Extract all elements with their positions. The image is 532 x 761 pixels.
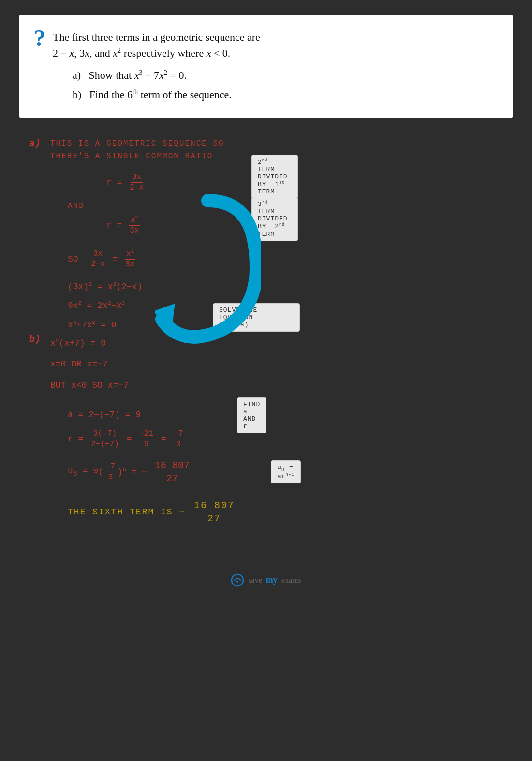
r-eq1-row: r = 3x 2−x 2nd TERM DIVIDED BY 1st TERM [68,172,513,196]
question-intro-text: The first three terms in a geometric seq… [53,29,260,45]
sub-questions: a) Show that x3 + 7x2 = 0. b) Find the 6… [73,66,493,104]
u6-prefix: u6 = 9 [68,466,98,478]
so-rhs-fraction: x2 3x [124,249,136,270]
r-eq1-math: r = 3x 2−x [68,172,146,193]
r-eq1-num: 3x [131,172,143,183]
r-calc-row: r = 3(−7) 2−(−7) = −21 9 = −7 3 [68,429,513,450]
question-terms: 2 − x, 3x, and x2 respectively where x <… [53,45,260,61]
part-a-text: Show that x3 + 7x2 = 0. [89,69,187,81]
u6-power: 5 [123,467,126,473]
part-b-label: b) [73,88,87,101]
a-calc-row: a = 2−(−7) = 9 FIND a AND r [68,406,513,425]
ann1-container: 2nd TERM DIVIDED BY 1st TERM [251,175,257,178]
u6-fraction: −7 3 [104,462,117,483]
part-a-intro: THIS IS A GEOMETRIC SEQUENCE SO THERE'S … [50,138,224,162]
r-eq2-num: x2 [129,215,140,226]
question-intro: The first three terms in a geometric seq… [53,29,260,61]
and-label: AND [68,202,85,210]
final-ans-num: 16 807 [192,499,236,512]
u6-frac-den: 3 [107,472,115,483]
so-equals: = [107,254,123,264]
r-calc-f1-num: 3(−7) [92,429,118,439]
expand2-text: 9x2 = 2x2−x3 [68,301,125,310]
so-space [78,254,89,264]
r-eq1-fraction: 3x 2−x [128,172,145,193]
u6-frac-num: −7 [104,462,117,472]
r-calc-f3: −7 3 [172,429,184,450]
r-calc-f2-den: 9 [143,439,150,450]
svg-point-1 [232,574,243,586]
part-b-question: b) Find the 6th term of the sequence. [73,85,493,104]
ann-find-bubble: FIND a AND r [237,397,266,433]
b-eq3-row: BUT x<0 SO x=−7 [50,376,129,395]
r-calc-f3-den: 3 [175,439,182,450]
svg-point-2 [236,581,238,583]
r-eq2-r: r = [106,220,127,230]
so-rhs-den: 3x [124,260,136,270]
r-calc-f3-num: −7 [172,429,184,439]
final-ans-den: 27 [206,512,222,525]
b-eq2-text: x=0 OR x=−7 [50,359,108,369]
footer-my-text: my [266,575,278,585]
so-label: SO [68,254,78,264]
circular-arrow-svg [155,191,261,346]
final-answer-row: THE SIXTH TERM IS − 16 807 27 [68,499,513,525]
ann-formula-container: un = arn−1 [271,470,277,474]
r-eq1-r: r = [106,178,127,188]
u6-row: u6 = 9 ( −7 3 )5 = − 16 807 27 un = arn−… [68,459,513,485]
solution-area: a) THIS IS A GEOMETRIC SEQUENCE SO THERE… [0,118,532,563]
a-calc-text: a = 2−(−7) = 9 [68,406,141,425]
footer-save-text: save [248,576,262,585]
r-calc-f1: 3(−7) 2−(−7) [89,429,120,450]
final-line: THE SIXTH TERM IS [68,507,173,517]
r-calc-f2-num: −21 [138,429,155,439]
footer-logo: save my exams [10,573,522,587]
r-eq1-den: 2−x [128,183,145,193]
u6-close-paren: )5 = − [118,467,152,477]
r-calc-f1-den: 2−(−7) [89,439,120,450]
expand1-row: (3x)2 = x2(2−x) [68,278,513,297]
u6-ans-fraction: 16 807 27 [153,459,191,485]
question-box: ? The first three terms in a geometric s… [19,15,513,118]
footer: save my exams [0,564,532,597]
part-b-content: x2(x+7) = 0 x=0 OR x=−7 BUT x<0 SO x=−7 [50,334,129,401]
part-a-label: a) [73,69,86,81]
b-eq2-row: x=0 OR x=−7 [50,355,129,374]
expand1-text: (3x)2 = x2(2−x) [68,282,142,292]
expand3-text: x3+7x2 = 0 [68,320,116,330]
part-a-question: a) Show that x3 + 7x2 = 0. [73,66,493,85]
r-calc-eq2: = [156,434,171,444]
b-eq1-row: x2(x+7) = 0 [50,334,129,353]
logo-icon [231,573,244,587]
b-eq3-text: BUT x<0 SO x=−7 [50,380,129,390]
final-minus: − [173,507,192,517]
part-a-line2: THERE'S A SINGLE COMMON RATIO [50,150,224,163]
b-eq1-text: x2(x+7) = 0 [50,338,106,348]
so-rhs-num: x2 [125,249,135,260]
r-eq2-fraction: x2 3x [128,215,140,236]
u6-ans-num: 16 807 [153,459,191,472]
part-b-solution-label: b) [29,334,41,401]
r-calc-f2: −21 9 [138,429,155,450]
part-b-section: b) x2(x+7) = 0 x=0 OR x=−7 BUT x<0 SO x=… [29,334,513,401]
r-calc-eq1: = [121,434,137,444]
question-icon: ? [34,27,45,50]
r-calc-r: r = [68,434,89,444]
u6-ans-den: 27 [165,472,179,485]
r-eq2-den: 3x [128,226,140,236]
question-header: ? The first three terms in a geometric s… [34,29,493,61]
so-lhs-fraction: 3x 2−x [89,249,106,270]
footer-exams-text: exams [281,576,301,585]
ann-find-container: FIND a AND r [237,413,243,417]
part-b-text: Find the 6th term of the sequence. [89,88,232,101]
so-eq-row: SO 3x 2−x = x2 3x [68,249,513,270]
r-eq2-math: r = x2 3x [68,215,141,236]
ann-formula-bubble: un = arn−1 [271,460,301,483]
part-a-line1: THIS IS A GEOMETRIC SEQUENCE SO [50,138,224,150]
so-lhs-num: 3x [92,249,104,260]
u6-open-paren: ( [98,467,103,477]
terms-math: 2 − x, 3x, and x2 respectively where x <… [53,47,230,59]
r-eq2-row: r = x2 3x 3rd TERM DIVIDED BY 2nd TERM [68,215,513,239]
final-ans-fraction: 16 807 27 [192,499,236,525]
so-lhs-den: 2−x [89,259,106,269]
